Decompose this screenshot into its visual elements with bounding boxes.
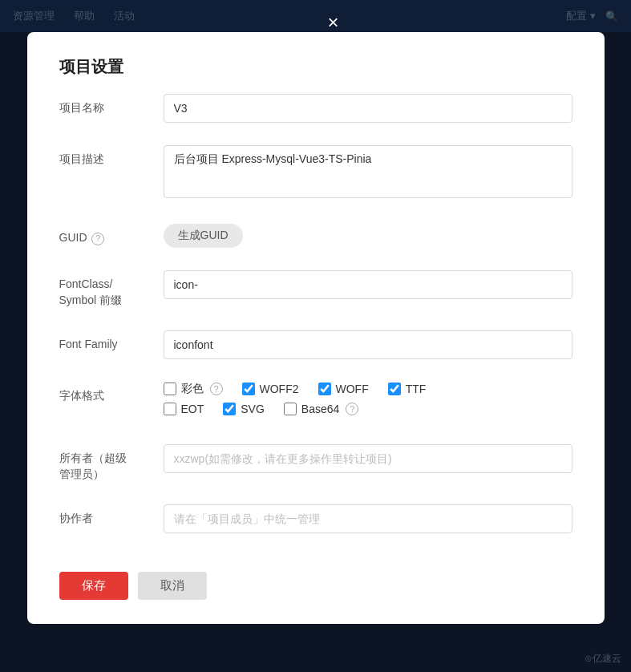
form-row-font-format: 字体格式 彩色 ? WOFF2	[59, 382, 572, 422]
modal-dialog: 项目设置 项目名称 项目描述 后台项目 Express-Mysql-Vue3-T…	[27, 32, 605, 624]
checkbox-eot-input[interactable]	[164, 403, 176, 415]
project-desc-label: 项目描述	[59, 145, 164, 168]
form-row-font-class: FontClass/Symbol 前缀	[59, 270, 572, 308]
guid-help-icon[interactable]: ?	[91, 233, 104, 245]
font-format-control: 彩色 ? WOFF2 WOFF TTF	[164, 382, 572, 422]
checkbox-row-1: 彩色 ? WOFF2 WOFF TTF	[164, 382, 572, 396]
checkbox-ttf[interactable]: TTF	[388, 382, 427, 396]
font-family-control	[164, 330, 572, 359]
checkbox-ttf-input[interactable]	[388, 383, 401, 395]
font-family-input[interactable]	[164, 330, 572, 359]
checkbox-woff[interactable]: WOFF	[318, 382, 369, 396]
project-desc-control: 后台项目 Express-Mysql-Vue3-TS-Pinia	[164, 145, 572, 201]
checkbox-svg-label: SVG	[241, 403, 265, 415]
font-class-label: FontClass/Symbol 前缀	[59, 270, 164, 308]
owner-control	[164, 444, 572, 473]
cancel-button[interactable]: 取消	[138, 572, 207, 600]
checkbox-eot-label: EOT	[181, 403, 204, 415]
checkbox-eot[interactable]: EOT	[164, 403, 204, 415]
form-row-guid: GUID ? 生成GUID	[59, 224, 572, 248]
checkbox-row-2: EOT SVG Base64 ?	[164, 403, 572, 415]
font-class-control	[164, 270, 572, 299]
checkbox-base64-input[interactable]	[284, 403, 297, 415]
form-row-collaborator: 协作者	[59, 504, 572, 533]
form-row-font-family: Font Family	[59, 330, 572, 359]
modal-title: 项目设置	[27, 32, 605, 94]
form-row-project-name: 项目名称	[59, 94, 572, 123]
checkbox-svg-input[interactable]	[223, 403, 236, 415]
checkbox-color-input[interactable]	[164, 383, 176, 395]
owner-input[interactable]	[164, 444, 572, 473]
form-body: 项目名称 项目描述 后台项目 Express-Mysql-Vue3-TS-Pin…	[27, 94, 605, 533]
checkbox-svg[interactable]: SVG	[223, 403, 265, 415]
collaborator-label: 协作者	[59, 504, 164, 527]
checkbox-base64[interactable]: Base64 ?	[284, 403, 358, 415]
generate-guid-button[interactable]: 生成GUID	[164, 224, 243, 248]
owner-label: 所有者（超级管理员）	[59, 444, 164, 482]
checkbox-ttf-label: TTF	[406, 383, 427, 395]
project-name-input[interactable]	[164, 94, 572, 123]
form-row-project-desc: 项目描述 后台项目 Express-Mysql-Vue3-TS-Pinia	[59, 145, 572, 201]
checkbox-woff2-label: WOFF2	[260, 383, 299, 395]
font-format-label: 字体格式	[59, 382, 164, 404]
project-name-label: 项目名称	[59, 94, 164, 116]
checkbox-woff2-input[interactable]	[242, 383, 255, 395]
save-button[interactable]: 保存	[59, 572, 128, 600]
guid-control: 生成GUID	[164, 224, 572, 248]
font-class-input[interactable]	[164, 270, 572, 299]
guid-label: GUID ?	[59, 224, 164, 246]
checkbox-woff-label: WOFF	[336, 383, 369, 395]
modal-footer: 保存 取消	[27, 556, 605, 600]
collaborator-control	[164, 504, 572, 533]
font-family-label: Font Family	[59, 330, 164, 353]
checkbox-woff2[interactable]: WOFF2	[242, 382, 299, 396]
checkbox-color-label: 彩色	[181, 382, 204, 396]
checkbox-base64-label: Base64	[301, 403, 339, 415]
checkbox-color[interactable]: 彩色 ?	[164, 382, 223, 396]
project-desc-input[interactable]: 后台项目 Express-Mysql-Vue3-TS-Pinia	[164, 145, 572, 198]
project-name-control	[164, 94, 572, 123]
checkbox-woff-input[interactable]	[318, 383, 331, 395]
collaborator-input[interactable]	[164, 504, 572, 533]
base64-help-icon[interactable]: ?	[346, 403, 358, 415]
form-row-owner: 所有者（超级管理员）	[59, 444, 572, 482]
color-help-icon[interactable]: ?	[210, 383, 223, 395]
